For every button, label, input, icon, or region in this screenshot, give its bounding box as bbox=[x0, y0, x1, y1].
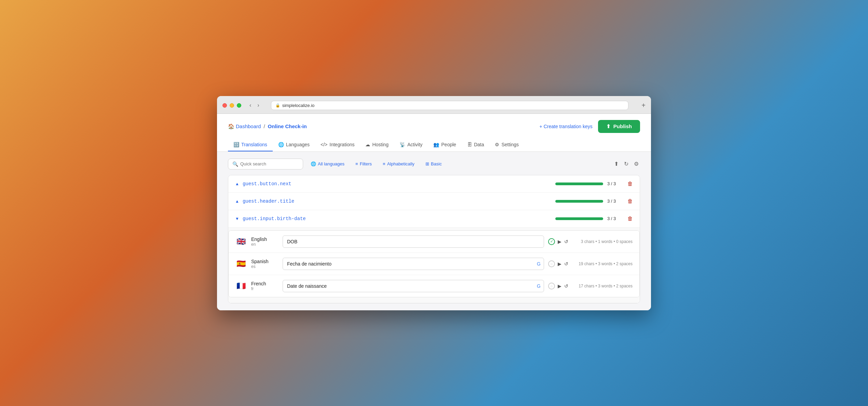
spanish-name: Spanish bbox=[251, 259, 279, 264]
english-status: ✓ bbox=[548, 238, 555, 245]
delete-button-3[interactable]: 🗑 bbox=[627, 216, 633, 222]
spanish-actions: ○ ▶ ↺ 19 chars • 3 words • 2 spaces bbox=[548, 260, 633, 267]
expand-button-1[interactable]: ▲ bbox=[235, 181, 239, 186]
tab-hosting[interactable]: ☁ Hosting bbox=[360, 138, 394, 151]
toolbar-actions: ⬆ ↻ ⚙ bbox=[613, 159, 640, 168]
progress-label-3: 3 / 3 bbox=[607, 216, 619, 221]
all-languages-filter[interactable]: 🌐 All languages bbox=[307, 159, 348, 168]
history-button-fr[interactable]: ↺ bbox=[564, 283, 568, 289]
list-item: 🇫🇷 French fr G ○ ▶ bbox=[229, 275, 639, 297]
alphabetically-label: Alphabetically bbox=[387, 161, 415, 166]
expand-button-3[interactable]: ▼ bbox=[235, 216, 239, 221]
row-progress-1: 3 / 3 🗑 bbox=[555, 181, 633, 187]
english-code: en bbox=[251, 242, 279, 247]
tab-integrations[interactable]: </> Integrations bbox=[315, 138, 360, 151]
toolbar: 🔍 🌐 All languages ≡ Filters ≡ Alphabetic… bbox=[228, 159, 640, 170]
french-name: French bbox=[251, 281, 279, 286]
create-translation-keys-button[interactable]: + Create translation keys bbox=[540, 124, 593, 129]
tab-languages[interactable]: 🌐 Languages bbox=[273, 138, 315, 151]
view-icon: ⊞ bbox=[425, 161, 429, 166]
search-box[interactable]: 🔍 bbox=[228, 159, 303, 170]
browser-window: ‹ › 🔒 simplelocalize.io + 🏠 Dashboard / … bbox=[217, 96, 651, 310]
forward-button[interactable]: › bbox=[255, 102, 261, 109]
translation-key-2: guest.header.title bbox=[243, 199, 555, 204]
english-name: English bbox=[251, 236, 279, 242]
english-actions: ✓ ▶ ↺ 3 chars • 1 words • 0 spaces bbox=[548, 238, 633, 245]
publish-button[interactable]: ⬆ Publish bbox=[598, 120, 640, 133]
progress-label-2: 3 / 3 bbox=[607, 199, 619, 204]
address-bar[interactable]: 🔒 simplelocalize.io bbox=[271, 101, 629, 110]
basic-button[interactable]: ⊞ Basic bbox=[422, 159, 445, 168]
tab-languages-label: Languages bbox=[286, 142, 310, 147]
list-item: 🇪🇸 Spanish es G ○ ▶ bbox=[229, 253, 639, 275]
progress-bar-container-1 bbox=[555, 182, 603, 185]
breadcrumb: 🏠 Dashboard / Online Check-in bbox=[228, 123, 307, 130]
tab-settings[interactable]: ⚙ Settings bbox=[489, 138, 524, 151]
english-translation-input[interactable] bbox=[283, 235, 544, 248]
french-code: fr bbox=[251, 286, 279, 291]
progress-bar-container-3 bbox=[555, 217, 603, 220]
nav-tabs: 🔡 Translations 🌐 Languages </> Integrati… bbox=[228, 138, 640, 151]
basic-label: Basic bbox=[431, 161, 442, 166]
collapse-all-button[interactable]: ⬆ bbox=[613, 159, 620, 168]
breadcrumb-row: 🏠 Dashboard / Online Check-in + Create t… bbox=[228, 120, 640, 133]
tab-activity[interactable]: 📡 Activity bbox=[394, 138, 428, 151]
progress-label-1: 3 / 3 bbox=[607, 181, 619, 186]
tab-people-label: People bbox=[441, 142, 456, 147]
google-translate-icon-fr: G bbox=[537, 283, 541, 289]
spanish-status: ○ bbox=[548, 260, 555, 267]
languages-icon: 🌐 bbox=[278, 142, 284, 147]
play-button-fr[interactable]: ▶ bbox=[558, 283, 561, 289]
french-flag: 🇫🇷 bbox=[235, 281, 246, 292]
filter-icon: ≡ bbox=[355, 161, 358, 166]
table-row: ▲ guest.button.next 3 / 3 🗑 bbox=[228, 175, 640, 193]
close-button[interactable] bbox=[222, 103, 227, 108]
new-tab-button[interactable]: + bbox=[641, 102, 646, 109]
search-input[interactable] bbox=[240, 161, 299, 166]
minimize-button[interactable] bbox=[230, 103, 234, 108]
delete-button-1[interactable]: 🗑 bbox=[627, 181, 633, 187]
publish-label: Publish bbox=[613, 123, 632, 129]
filters-button[interactable]: ≡ Filters bbox=[352, 159, 375, 168]
tab-people[interactable]: 👥 People bbox=[428, 138, 462, 151]
english-input-wrap bbox=[283, 235, 544, 248]
app-header: 🏠 Dashboard / Online Check-in + Create t… bbox=[217, 114, 651, 152]
tab-translations-label: Translations bbox=[241, 142, 267, 147]
tab-settings-label: Settings bbox=[501, 142, 519, 147]
people-icon: 👥 bbox=[433, 142, 439, 147]
alphabetically-button[interactable]: ≡ Alphabetically bbox=[379, 159, 418, 168]
settings-gear-button[interactable]: ⚙ bbox=[633, 159, 640, 168]
spanish-input-wrap: G bbox=[283, 258, 544, 270]
delete-button-2[interactable]: 🗑 bbox=[627, 198, 633, 204]
translation-key-1: guest.button.next bbox=[243, 181, 555, 187]
tab-data[interactable]: 🗄 Data bbox=[462, 138, 490, 151]
english-info: English en bbox=[251, 236, 279, 247]
filters-label: Filters bbox=[360, 161, 372, 166]
spanish-translation-input[interactable] bbox=[283, 258, 544, 270]
home-icon: 🏠 bbox=[228, 123, 234, 130]
history-button-es[interactable]: ↺ bbox=[564, 261, 568, 267]
french-translation-input[interactable] bbox=[283, 280, 544, 292]
back-button[interactable]: ‹ bbox=[247, 102, 253, 109]
maximize-button[interactable] bbox=[237, 103, 241, 108]
french-info: French fr bbox=[251, 281, 279, 291]
google-translate-icon-es: G bbox=[537, 261, 541, 267]
spanish-chars-info: 19 chars • 3 words • 2 spaces bbox=[571, 261, 633, 266]
browser-content: 🏠 Dashboard / Online Check-in + Create t… bbox=[217, 114, 651, 310]
play-button-es[interactable]: ▶ bbox=[558, 261, 561, 267]
history-button-en[interactable]: ↺ bbox=[564, 239, 568, 244]
table-row: ▼ guest.input.birth-date 3 / 3 🗑 bbox=[228, 210, 640, 228]
play-button-en[interactable]: ▶ bbox=[558, 239, 561, 244]
tab-activity-label: Activity bbox=[407, 142, 422, 147]
globe-icon: 🌐 bbox=[311, 161, 316, 166]
refresh-button[interactable]: ↻ bbox=[623, 159, 630, 168]
integrations-icon: </> bbox=[321, 142, 327, 147]
nav-buttons: ‹ › bbox=[247, 102, 261, 109]
activity-icon: 📡 bbox=[399, 142, 405, 147]
tab-translations[interactable]: 🔡 Translations bbox=[228, 138, 273, 151]
french-chars-info: 17 chars • 3 words • 2 spaces bbox=[571, 284, 633, 288]
expand-button-2[interactable]: ▲ bbox=[235, 199, 239, 204]
breadcrumb-dashboard[interactable]: Dashboard bbox=[236, 123, 261, 129]
table-row: ▲ guest.header.title 3 / 3 🗑 bbox=[228, 193, 640, 210]
all-languages-label: All languages bbox=[318, 161, 344, 166]
